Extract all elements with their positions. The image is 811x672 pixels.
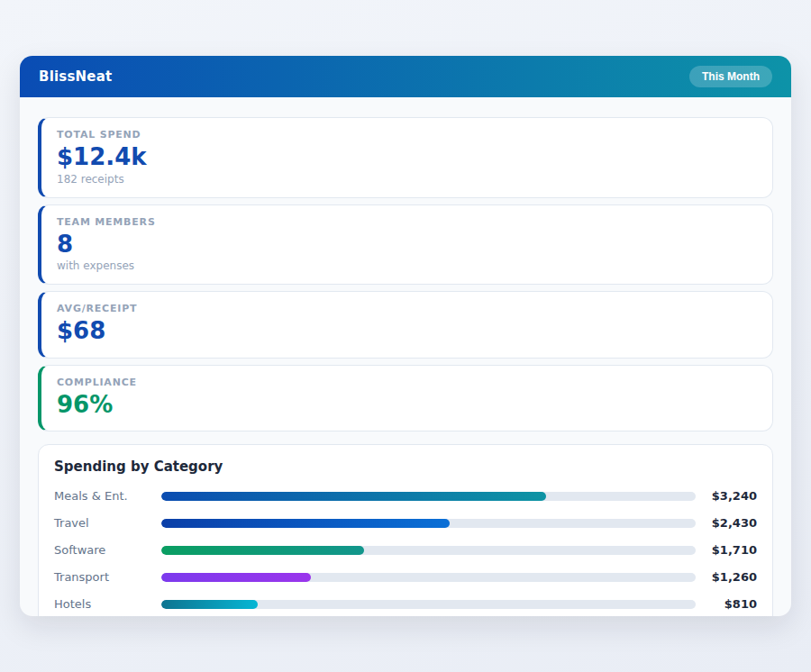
category-value: $2,430	[705, 516, 757, 530]
stat-value: $68	[57, 316, 757, 346]
category-label: Software	[54, 543, 161, 557]
chart-row-transport: Transport $1,260	[54, 570, 757, 584]
stat-value: 96%	[57, 390, 757, 420]
app-title: BlissNeat	[39, 68, 112, 85]
bar-fill-software	[161, 546, 364, 555]
stat-card-team-members: TEAM MEMBERS 8 with expenses	[38, 204, 773, 286]
stat-card-total-spend: TOTAL SPEND $12.4k 182 receipts	[38, 117, 773, 198]
stat-label: TEAM MEMBERS	[57, 216, 757, 228]
stat-card-avg-receipt: AVG/RECEIPT $68	[38, 291, 773, 359]
category-label: Meals & Ent.	[54, 489, 161, 503]
dashboard-panel: BlissNeat This Month TOTAL SPEND $12.4k …	[20, 56, 791, 616]
bar-track	[161, 492, 696, 501]
stats-section: TOTAL SPEND $12.4k 182 receipts TEAM MEM…	[20, 97, 791, 431]
stat-value: 8	[57, 230, 757, 259]
category-value: $1,260	[705, 570, 757, 584]
app-header: BlissNeat This Month	[20, 56, 791, 97]
chart-row-travel: Travel $2,430	[54, 516, 757, 530]
category-value: $1,710	[705, 543, 757, 557]
category-label: Travel	[54, 516, 161, 530]
stat-label: TOTAL SPEND	[57, 129, 757, 141]
bar-fill-hotels	[161, 600, 258, 609]
chart-title: Spending by Category	[54, 459, 757, 475]
category-value: $3,240	[705, 489, 757, 503]
stat-value: $12.4k	[57, 142, 757, 172]
period-badge[interactable]: This Month	[689, 66, 772, 87]
category-label: Transport	[54, 570, 161, 584]
category-value: $810	[705, 597, 757, 611]
stat-subtext: with expenses	[57, 259, 757, 272]
bar-track	[161, 573, 696, 582]
spending-chart-card: Spending by Category Meals & Ent. $3,240…	[38, 444, 773, 616]
chart-row-hotels: Hotels $810	[54, 597, 757, 611]
stat-subtext: 182 receipts	[57, 173, 757, 186]
bar-fill-travel	[161, 519, 450, 528]
category-label: Hotels	[54, 597, 161, 611]
chart-row-software: Software $1,710	[54, 543, 757, 557]
bar-track	[161, 519, 696, 528]
stat-label: COMPLIANCE	[57, 377, 757, 388]
bar-fill-transport	[161, 573, 311, 582]
bar-track	[161, 546, 696, 555]
stat-card-compliance: COMPLIANCE 96%	[38, 365, 773, 432]
chart-row-meals: Meals & Ent. $3,240	[54, 489, 757, 503]
bar-fill-meals	[161, 492, 546, 501]
bar-track	[161, 600, 696, 609]
stat-label: AVG/RECEIPT	[57, 303, 757, 314]
